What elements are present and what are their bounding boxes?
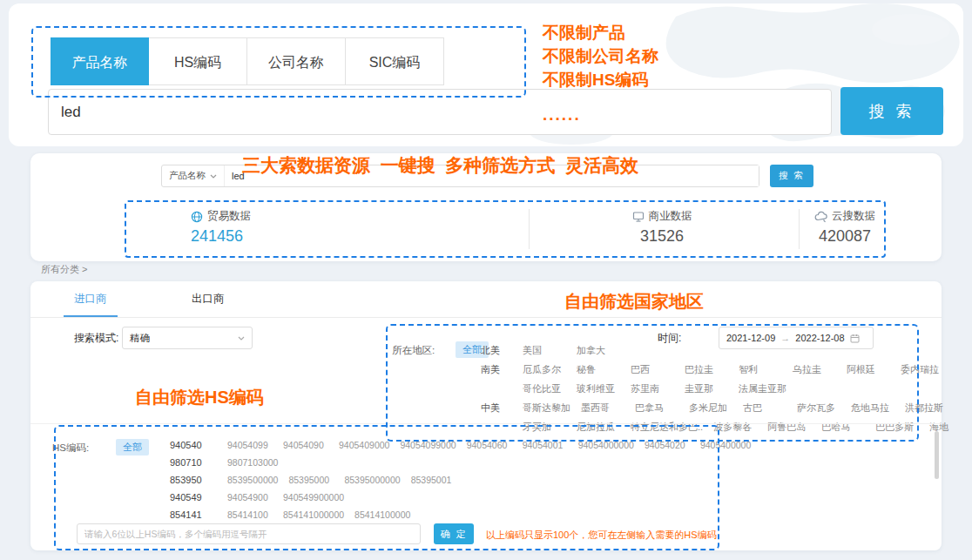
hs-confirm-button[interactable]: 确 定 (434, 523, 474, 544)
stat-business-data[interactable]: 商业数据 31526 (544, 209, 780, 246)
region-group-label: 中美 (481, 398, 516, 417)
mini-search-bar: 产品名称 搜 索 (161, 165, 813, 187)
region-option[interactable]: 圭亚那 (685, 379, 728, 398)
mini-search-combo: 产品名称 (161, 165, 759, 187)
hs-parent-code[interactable]: 940549 (170, 489, 215, 506)
tab-exporters[interactable]: 出口商 (181, 281, 235, 317)
tab-hs-code[interactable]: HS编码 (149, 37, 247, 85)
hs-child-code[interactable]: 94054900 (227, 489, 273, 506)
region-option[interactable]: 玻利维亚 (577, 379, 620, 398)
region-option[interactable]: 巴西 (631, 360, 674, 379)
section-divider (30, 423, 942, 424)
hs-child-code[interactable]: 85395001 (411, 471, 456, 489)
region-option[interactable]: 尼加拉瓜 (577, 417, 620, 436)
annotation-line: 不限制HS编码 (543, 68, 658, 91)
region-option[interactable]: 厄瓜多尔 (523, 360, 566, 379)
region-option[interactable]: 古巴 (743, 398, 786, 417)
tab-company-name[interactable]: 公司名称 (247, 37, 346, 85)
search-mode-label: 搜索模式: (74, 331, 118, 346)
stat-value: 31526 (544, 227, 780, 246)
monitor-icon (632, 211, 645, 223)
importer-exporter-tabs: 进口商 出口商 (30, 281, 942, 318)
region-option[interactable]: 萨尔瓦多 (797, 398, 840, 417)
chevron-down-icon (238, 336, 245, 341)
mini-search-type-select[interactable]: 产品名称 (162, 165, 225, 186)
search-mode-select[interactable]: 精确 (122, 327, 253, 349)
hs-child-code[interactable]: 85414100 (227, 506, 273, 523)
hs-child-code[interactable]: 8539500000 (227, 471, 278, 489)
region-option[interactable]: 苏里南 (631, 379, 674, 398)
annotation-line: 不限制公司名称 (543, 44, 658, 68)
hs-code-input[interactable] (77, 523, 421, 544)
region-option[interactable]: 波多黎各 (713, 417, 757, 436)
region-option[interactable]: 秘鲁 (577, 360, 620, 379)
mini-search-button[interactable]: 搜 索 (770, 165, 813, 187)
tab-product-name[interactable]: 产品名称 (51, 37, 149, 85)
hs-parent-code[interactable]: 854141 (170, 506, 215, 523)
mini-search-input[interactable] (225, 165, 759, 186)
tab-importers[interactable]: 进口商 (64, 281, 118, 317)
hs-child-code[interactable]: 94054060 (467, 436, 512, 454)
hs-parent-code[interactable]: 853950 (170, 471, 215, 489)
search-mode-value: 精确 (130, 332, 150, 345)
hs-child-code[interactable]: 85395000 (288, 471, 334, 489)
hs-footer: 确 定 以上编码只显示100个，您可在左侧输入需要的HS编码 (30, 522, 942, 548)
hs-child-code[interactable]: 94054000000 (578, 436, 634, 454)
region-option[interactable]: 法属圭亚那 (739, 379, 786, 398)
hs-child-code[interactable]: 94054090 (283, 436, 328, 454)
region-option[interactable]: 哥伦比亚 (523, 379, 566, 398)
region-option[interactable]: 哥斯达黎加 (523, 398, 570, 417)
hs-child-code[interactable]: 940549900000 (283, 489, 344, 506)
region-label: 所在地区: (392, 344, 435, 357)
hs-child-code[interactable]: 85395000000 (344, 471, 400, 489)
hero-search-section: 产品名称 HS编码 公司名称 SIC编码 不限制产品 不限制公司名称 不限制HS… (9, 3, 963, 146)
region-option[interactable]: 巴哈马 (821, 417, 865, 436)
hs-child-code[interactable]: 85414100000 (354, 506, 410, 523)
hs-child-code[interactable]: 9405409000 (339, 436, 389, 454)
search-type-tabs: 产品名称 HS编码 公司名称 SIC编码 (51, 37, 444, 85)
region-option[interactable]: 洪都拉斯 (905, 398, 948, 417)
region-option[interactable]: 美国 (523, 341, 566, 360)
hs-child-code[interactable]: 94054099000 (400, 436, 456, 454)
region-option[interactable]: 巴拉圭 (685, 360, 728, 379)
region-option[interactable]: 阿鲁巴岛 (767, 417, 811, 436)
hs-child-code[interactable]: 94054001 (523, 436, 568, 454)
hs-code-grid: 9405409405409994054090940540900094054099… (170, 436, 761, 523)
tab-sic-code[interactable]: SIC编码 (346, 37, 444, 85)
panel-scrollbar[interactable] (935, 431, 939, 479)
hs-child-code[interactable]: 9405400000 (700, 436, 751, 454)
hs-child-code[interactable]: 9807103000 (227, 454, 278, 471)
stat-cloud-search-data[interactable]: 云搜数据 420087 (788, 209, 901, 246)
hs-label: HS编码: (52, 442, 89, 455)
region-option[interactable]: 多米尼加 (689, 398, 732, 417)
region-option[interactable]: 委内瑞拉 (901, 360, 944, 379)
main-search-button[interactable]: 搜 索 (840, 87, 943, 135)
stats-annotation-box: 贸易数据 241456 商业数据 31526 云搜数据 420087 (125, 200, 886, 258)
region-option[interactable]: 加拿大 (577, 341, 620, 360)
region-option[interactable]: 巴拿马 (635, 398, 678, 417)
stat-label: 贸易数据 (207, 209, 251, 224)
region-option[interactable]: 阿根廷 (847, 360, 890, 379)
hs-parent-code[interactable]: 980710 (170, 454, 215, 471)
region-group-label: 南美 (481, 360, 516, 379)
hs-child-code[interactable]: 94054099 (227, 436, 273, 454)
region-option[interactable]: 危地马拉 (851, 398, 894, 417)
region-option[interactable]: 墨西哥 (581, 398, 624, 417)
hero-annotations: 不限制产品 不限制公司名称 不限制HS编码 ...... (543, 21, 658, 126)
region-option[interactable]: 牙买加 (523, 417, 566, 436)
hs-all-chip[interactable]: 全部 (116, 439, 149, 455)
hs-parent-code[interactable]: 940540 (170, 436, 215, 454)
stat-label: 商业数据 (649, 209, 692, 224)
region-group-label: 北美 (481, 341, 516, 360)
region-option[interactable]: 智利 (739, 360, 782, 379)
region-option[interactable]: 巴巴多斯 (875, 417, 919, 436)
region-option[interactable]: 特立尼达和多巴.. (631, 417, 703, 436)
region-option[interactable]: 乌拉圭 (793, 360, 836, 379)
breadcrumb[interactable]: 所有分类 > (41, 263, 87, 276)
region-group-label (481, 417, 516, 436)
stat-trade-data[interactable]: 贸易数据 241456 (191, 209, 251, 246)
hs-child-code[interactable]: 94054020 (645, 436, 690, 454)
main-search-input[interactable] (48, 89, 832, 135)
filter-panel: 进口商 出口商 自由筛选国家地区 自由筛选HS编码 搜索模式: 精确 时间: 2… (30, 281, 942, 550)
hs-child-code[interactable]: 854141000000 (283, 506, 344, 523)
